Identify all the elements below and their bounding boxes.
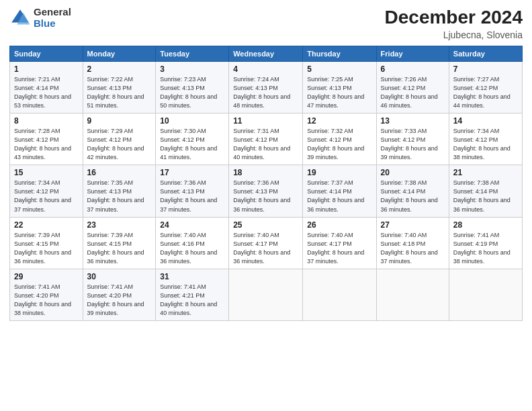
calendar-cell: 7 Sunrise: 7:27 AMSunset: 4:12 PMDayligh… <box>449 62 522 113</box>
day-info: Sunrise: 7:27 AMSunset: 4:12 PMDaylight:… <box>453 76 511 109</box>
day-number: 7 <box>453 64 518 74</box>
calendar-cell: 3 Sunrise: 7:23 AMSunset: 4:13 PMDayligh… <box>156 62 229 113</box>
weekday-header-cell: Monday <box>83 46 156 62</box>
calendar-cell: 29 Sunrise: 7:41 AMSunset: 4:20 PMDaylig… <box>10 269 83 320</box>
day-info: Sunrise: 7:40 AMSunset: 4:17 PMDaylight:… <box>307 232 364 265</box>
day-number: 14 <box>453 116 518 126</box>
calendar-week-row: 1 Sunrise: 7:21 AMSunset: 4:14 PMDayligh… <box>10 62 523 113</box>
day-info: Sunrise: 7:26 AMSunset: 4:12 PMDaylight:… <box>381 76 438 109</box>
weekday-header-cell: Saturday <box>449 46 522 62</box>
calendar-cell <box>229 269 303 320</box>
day-info: Sunrise: 7:39 AMSunset: 4:15 PMDaylight:… <box>87 232 144 265</box>
calendar-cell: 9 Sunrise: 7:29 AMSunset: 4:12 PMDayligh… <box>83 113 156 165</box>
day-info: Sunrise: 7:28 AMSunset: 4:12 PMDaylight:… <box>14 128 71 161</box>
weekday-header-cell: Friday <box>376 46 449 62</box>
calendar-week-row: 15 Sunrise: 7:34 AMSunset: 4:12 PMDaylig… <box>10 165 523 217</box>
day-number: 18 <box>233 168 298 177</box>
calendar-cell: 5 Sunrise: 7:25 AMSunset: 4:13 PMDayligh… <box>303 62 376 113</box>
day-number: 20 <box>381 168 445 177</box>
day-info: Sunrise: 7:35 AMSunset: 4:13 PMDaylight:… <box>87 179 144 212</box>
calendar-cell: 19 Sunrise: 7:37 AMSunset: 4:14 PMDaylig… <box>303 165 376 217</box>
calendar-body: 1 Sunrise: 7:21 AMSunset: 4:14 PMDayligh… <box>10 62 523 321</box>
day-info: Sunrise: 7:41 AMSunset: 4:20 PMDaylight:… <box>87 283 144 316</box>
logo-general: General <box>34 7 71 18</box>
day-number: 4 <box>233 64 298 74</box>
calendar-cell: 23 Sunrise: 7:39 AMSunset: 4:15 PMDaylig… <box>83 217 156 269</box>
day-info: Sunrise: 7:22 AMSunset: 4:13 PMDaylight:… <box>87 76 144 109</box>
month-title: December 2024 <box>385 7 523 28</box>
day-info: Sunrise: 7:25 AMSunset: 4:13 PMDaylight:… <box>307 76 364 109</box>
calendar-week-row: 29 Sunrise: 7:41 AMSunset: 4:20 PMDaylig… <box>10 269 523 320</box>
day-info: Sunrise: 7:38 AMSunset: 4:14 PMDaylight:… <box>453 179 511 212</box>
logo-text: General Blue <box>34 7 71 29</box>
day-number: 26 <box>307 220 371 230</box>
day-number: 28 <box>453 220 518 230</box>
calendar-cell: 12 Sunrise: 7:32 AMSunset: 4:12 PMDaylig… <box>303 113 376 165</box>
day-info: Sunrise: 7:34 AMSunset: 4:12 PMDaylight:… <box>453 128 511 161</box>
calendar-cell: 18 Sunrise: 7:36 AMSunset: 4:13 PMDaylig… <box>229 165 303 217</box>
calendar-cell: 28 Sunrise: 7:41 AMSunset: 4:19 PMDaylig… <box>449 217 522 269</box>
page-header: General Blue December 2024 Ljubecna, Slo… <box>9 7 523 40</box>
calendar-cell <box>449 269 522 320</box>
page-container: General Blue December 2024 Ljubecna, Slo… <box>0 0 532 328</box>
calendar-cell: 8 Sunrise: 7:28 AMSunset: 4:12 PMDayligh… <box>10 113 83 165</box>
calendar-cell: 31 Sunrise: 7:41 AMSunset: 4:21 PMDaylig… <box>156 269 229 320</box>
location: Ljubecna, Slovenia <box>385 30 523 40</box>
day-info: Sunrise: 7:34 AMSunset: 4:12 PMDaylight:… <box>14 179 71 212</box>
day-number: 1 <box>14 64 79 74</box>
day-info: Sunrise: 7:41 AMSunset: 4:20 PMDaylight:… <box>14 283 71 316</box>
day-number: 22 <box>14 220 79 230</box>
weekday-header-cell: Sunday <box>10 46 83 62</box>
day-number: 10 <box>160 116 224 126</box>
day-number: 15 <box>14 168 79 177</box>
day-info: Sunrise: 7:33 AMSunset: 4:12 PMDaylight:… <box>381 128 438 161</box>
day-info: Sunrise: 7:39 AMSunset: 4:15 PMDaylight:… <box>14 232 71 265</box>
day-info: Sunrise: 7:31 AMSunset: 4:12 PMDaylight:… <box>233 128 290 161</box>
day-number: 29 <box>14 272 79 281</box>
day-number: 9 <box>87 116 152 126</box>
calendar-cell <box>376 269 449 320</box>
weekday-header-cell: Wednesday <box>229 46 303 62</box>
calendar-cell: 20 Sunrise: 7:38 AMSunset: 4:14 PMDaylig… <box>376 165 449 217</box>
calendar-cell: 21 Sunrise: 7:38 AMSunset: 4:14 PMDaylig… <box>449 165 522 217</box>
calendar-week-row: 22 Sunrise: 7:39 AMSunset: 4:15 PMDaylig… <box>10 217 523 269</box>
calendar-cell: 10 Sunrise: 7:30 AMSunset: 4:12 PMDaylig… <box>156 113 229 165</box>
day-info: Sunrise: 7:40 AMSunset: 4:16 PMDaylight:… <box>160 232 217 265</box>
day-number: 31 <box>160 272 224 281</box>
day-number: 2 <box>87 64 152 74</box>
day-number: 12 <box>307 116 371 126</box>
calendar-cell: 2 Sunrise: 7:22 AMSunset: 4:13 PMDayligh… <box>83 62 156 113</box>
day-info: Sunrise: 7:41 AMSunset: 4:19 PMDaylight:… <box>453 232 511 265</box>
calendar-cell: 22 Sunrise: 7:39 AMSunset: 4:15 PMDaylig… <box>10 217 83 269</box>
calendar-cell: 6 Sunrise: 7:26 AMSunset: 4:12 PMDayligh… <box>376 62 449 113</box>
day-info: Sunrise: 7:41 AMSunset: 4:21 PMDaylight:… <box>160 283 217 316</box>
day-number: 13 <box>381 116 445 126</box>
logo-icon <box>9 7 31 29</box>
calendar-cell: 15 Sunrise: 7:34 AMSunset: 4:12 PMDaylig… <box>10 165 83 217</box>
day-number: 30 <box>87 272 152 281</box>
calendar-cell: 24 Sunrise: 7:40 AMSunset: 4:16 PMDaylig… <box>156 217 229 269</box>
logo-blue: Blue <box>34 18 71 30</box>
calendar-cell: 1 Sunrise: 7:21 AMSunset: 4:14 PMDayligh… <box>10 62 83 113</box>
day-number: 5 <box>307 64 371 74</box>
calendar-cell: 17 Sunrise: 7:36 AMSunset: 4:13 PMDaylig… <box>156 165 229 217</box>
calendar-week-row: 8 Sunrise: 7:28 AMSunset: 4:12 PMDayligh… <box>10 113 523 165</box>
day-info: Sunrise: 7:37 AMSunset: 4:14 PMDaylight:… <box>307 179 364 212</box>
day-info: Sunrise: 7:40 AMSunset: 4:17 PMDaylight:… <box>233 232 290 265</box>
day-info: Sunrise: 7:21 AMSunset: 4:14 PMDaylight:… <box>14 76 71 109</box>
calendar-cell: 11 Sunrise: 7:31 AMSunset: 4:12 PMDaylig… <box>229 113 303 165</box>
logo: General Blue <box>9 7 71 29</box>
day-number: 23 <box>87 220 152 230</box>
day-number: 3 <box>160 64 224 74</box>
day-number: 24 <box>160 220 224 230</box>
day-info: Sunrise: 7:38 AMSunset: 4:14 PMDaylight:… <box>381 179 438 212</box>
day-info: Sunrise: 7:32 AMSunset: 4:12 PMDaylight:… <box>307 128 364 161</box>
day-number: 17 <box>160 168 224 177</box>
day-number: 8 <box>14 116 79 126</box>
title-block: December 2024 Ljubecna, Slovenia <box>385 7 523 40</box>
calendar-table: SundayMondayTuesdayWednesdayThursdayFrid… <box>9 46 523 321</box>
weekday-header-cell: Thursday <box>303 46 376 62</box>
calendar-cell: 14 Sunrise: 7:34 AMSunset: 4:12 PMDaylig… <box>449 113 522 165</box>
calendar-cell <box>303 269 376 320</box>
day-number: 25 <box>233 220 298 230</box>
